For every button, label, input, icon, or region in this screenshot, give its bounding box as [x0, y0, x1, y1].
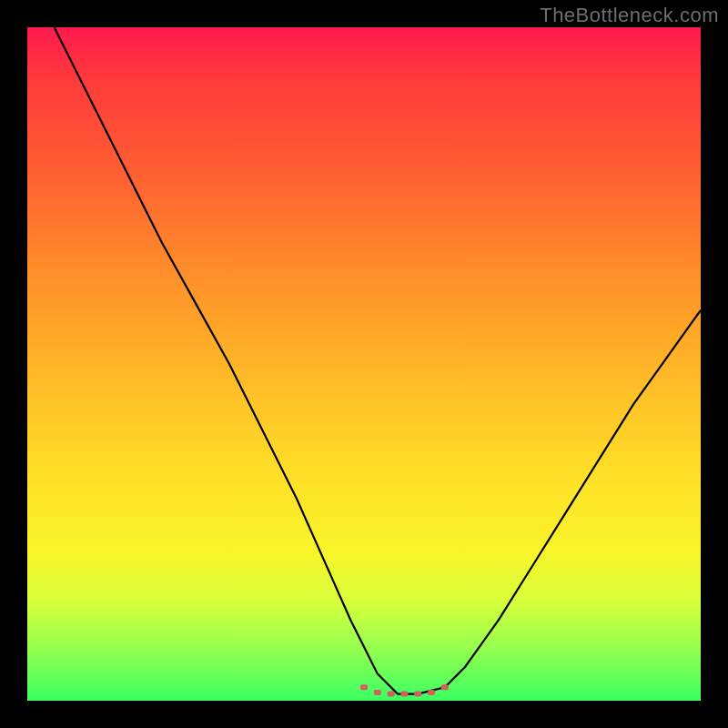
marker-point [374, 690, 381, 695]
chart-svg [27, 27, 701, 701]
marker-point [428, 690, 435, 695]
bottleneck-curve [55, 27, 701, 694]
marker-point [414, 692, 421, 697]
marker-point [441, 684, 449, 690]
chart-frame: TheBottleneck.com [0, 0, 728, 728]
marker-point [360, 684, 368, 690]
plot-area [27, 27, 701, 701]
watermark-text: TheBottleneck.com [540, 4, 719, 27]
marker-point [400, 692, 408, 697]
marker-point [388, 692, 395, 697]
